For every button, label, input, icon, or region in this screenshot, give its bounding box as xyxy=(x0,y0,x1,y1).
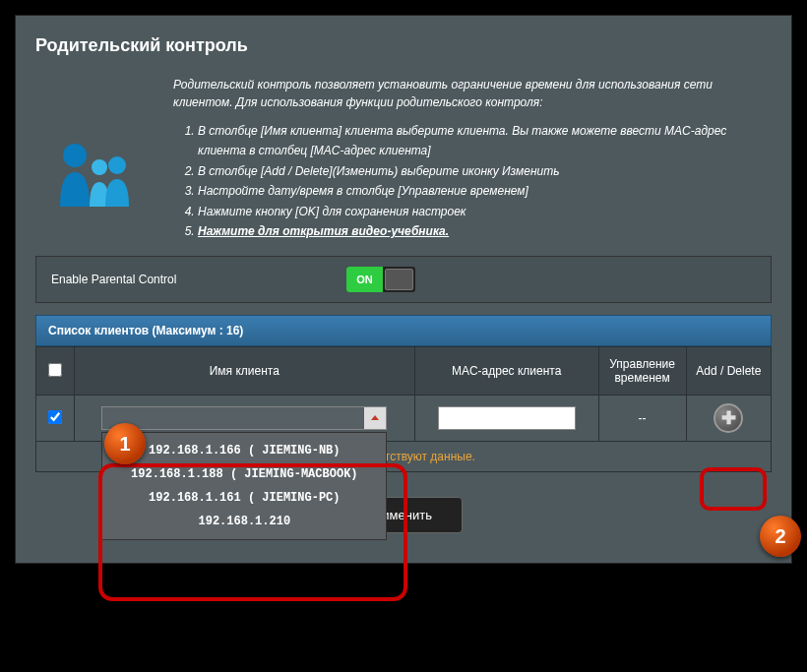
svg-point-1 xyxy=(92,159,107,175)
toggle-knob xyxy=(385,269,413,290)
instruction-step: Нажмите кнопку [OK] для сохранения настр… xyxy=(198,202,772,221)
column-action: Add / Delete xyxy=(686,347,771,396)
toggle-on-label: ON xyxy=(346,267,383,292)
table-row: 192.168.1.166 ( JIEMING-NB) 192.168.1.18… xyxy=(36,396,772,442)
enable-row: Enable Parental Control ON xyxy=(35,256,772,303)
instruction-step: Настройте дату/время в столбце [Управлен… xyxy=(198,181,772,201)
instruction-step: Нажмите для открытия видео-учебника. xyxy=(198,221,772,241)
family-icon xyxy=(50,138,139,210)
annotation-badge-2: 2 xyxy=(760,516,801,557)
row-checkbox[interactable] xyxy=(48,410,62,424)
enable-toggle[interactable]: ON xyxy=(346,267,415,292)
mac-input[interactable] xyxy=(438,406,576,430)
description-text: Родительский контроль позволяет установи… xyxy=(173,76,772,111)
client-list-header: Список клиентов (Максимум : 16) xyxy=(35,315,772,346)
column-name: Имя клиента xyxy=(74,347,414,396)
client-name-input[interactable] xyxy=(101,406,387,430)
plus-icon: ✚ xyxy=(721,407,736,429)
client-table: Имя клиента MAC-адрес клиента Управление… xyxy=(35,346,772,472)
svg-point-2 xyxy=(108,156,126,174)
intro-block: Родительский контроль позволяет установи… xyxy=(35,76,772,241)
family-icon-box xyxy=(35,76,154,241)
select-all-checkbox[interactable] xyxy=(48,363,62,377)
select-all-header xyxy=(36,347,75,396)
column-time: Управление временем xyxy=(598,347,686,396)
page-title: Родительский контроль xyxy=(35,35,772,56)
dropdown-item[interactable]: 192.168.1.161 ( JIEMING-PC) xyxy=(102,486,386,510)
video-tutorial-link[interactable]: Нажмите для открытия видео-учебника. xyxy=(198,224,449,238)
add-button[interactable]: ✚ xyxy=(714,403,743,433)
annotation-badge-1: 1 xyxy=(104,423,146,464)
instruction-list: В столбце [Имя клиента] клиента выберите… xyxy=(173,121,772,241)
svg-point-0 xyxy=(63,144,87,167)
enable-label: Enable Parental Control xyxy=(51,273,346,286)
dropdown-item[interactable]: 192.168.1.210 xyxy=(102,510,386,533)
client-name-combo[interactable]: 192.168.1.166 ( JIEMING-NB) 192.168.1.18… xyxy=(101,406,387,430)
time-cell: -- xyxy=(598,396,686,442)
parental-control-panel: Родительский контроль Родительский контр… xyxy=(15,15,792,564)
instruction-step: В столбце [Add / Delete](Изменить) выбер… xyxy=(198,161,772,181)
description-box: Родительский контроль позволяет установи… xyxy=(173,76,772,241)
instruction-step: В столбце [Имя клиента] клиента выберите… xyxy=(198,121,772,161)
combo-arrow-icon[interactable] xyxy=(364,407,386,429)
column-mac: MAC-адрес клиента xyxy=(414,347,598,396)
dropdown-item[interactable]: 192.168.1.188 ( JIEMING-MACBOOK) xyxy=(102,462,386,486)
